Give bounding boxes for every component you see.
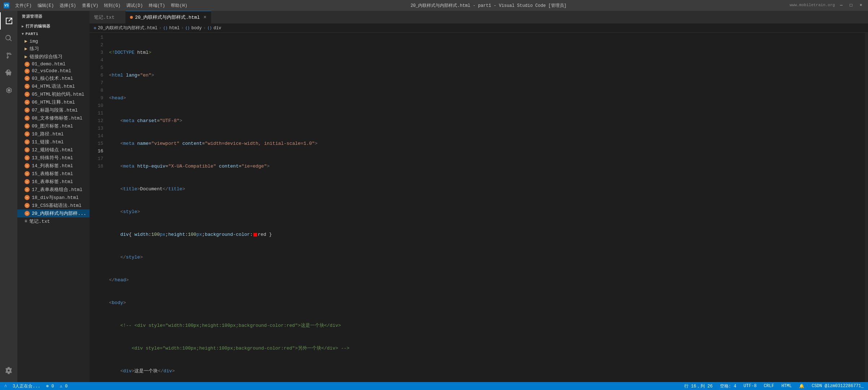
activity-explorer[interactable] — [0, 12, 17, 30]
activity-search[interactable] — [0, 30, 17, 47]
main-layout: 资源管理器 ▶ 打开的编辑器 ▼ PART1 ▶ img ▶ 练习 ▶ 链接的综… — [0, 11, 868, 382]
editor-area: 笔记.txt 20_内联样式与内部样式.html × ⊙ 20_内联样式与内部样… — [90, 11, 868, 382]
sidebar-item-12guizhuan[interactable]: ⊙ 12_规转锚点.html — [17, 146, 90, 154]
sidebar-item-10lujing[interactable]: ⊙ 10_路径.html — [17, 130, 90, 138]
branch-indicator[interactable]: ⑃ — [3, 384, 8, 389]
errors-indicator[interactable]: ⊗ 0 — [45, 384, 56, 389]
html-file-icon: ⊙ — [25, 124, 30, 129]
breadcrumb-div[interactable]: ⟨⟩ div — [207, 26, 221, 31]
activity-settings-icon[interactable] — [0, 362, 17, 379]
users-indicator[interactable]: 3人正在合... — [11, 383, 42, 389]
code-content[interactable]: <!DOCTYPE html> <html lang="en"> <head> … — [108, 33, 865, 382]
sidebar-item-19css[interactable]: ⊙ 19_CSS基础语法.html — [17, 202, 90, 209]
html-file-icon: ⊙ — [25, 69, 30, 74]
menu-help[interactable]: 帮助(H) — [171, 3, 187, 9]
menu-select[interactable]: 选择(S) — [60, 3, 76, 9]
menu-goto[interactable]: 转到(G) — [104, 3, 121, 9]
sidebar-item-17biaobiao[interactable]: ⊙ 17_表单表格组合.html — [17, 186, 90, 194]
bell-indicator[interactable]: 🔔 — [798, 384, 806, 389]
html-file-icon: ⊙ — [25, 76, 30, 81]
html-file-icon: ⊙ — [25, 171, 30, 176]
html-file-icon: ⊙ — [25, 155, 30, 160]
sidebar-item-11lianjie[interactable]: ⊙ 11_链接.html — [17, 138, 90, 146]
line-numbers: 1 2 3 4 5 6 7 8 9 10 11 12 13 14 15 16 1… — [90, 33, 108, 382]
title-bar: VS 文件(F) 编辑(E) 选择(S) 查看(V) 转到(G) 调试(D) 终… — [0, 0, 868, 11]
sidebar-item-18div[interactable]: ⊙ 18_div与span.html — [17, 194, 90, 202]
minimize-button[interactable]: ─ — [838, 3, 845, 8]
window-title: 20_内联样式与内部样式.html - part1 - Visual Studi… — [187, 3, 790, 9]
tab-close-button[interactable]: × — [203, 14, 206, 20]
sidebar-item-04html[interactable]: ⊙ 04_HTML语法.html — [17, 82, 90, 90]
code-line-9: div{ width:100px;height:100px;background… — [108, 231, 865, 238]
part1-section[interactable]: ▼ PART1 — [17, 30, 90, 38]
status-bar-left: ⑃ 3人正在合... ⊗ 0 ⚠ 0 — [3, 383, 69, 389]
title-bar-left: VS 文件(F) 编辑(E) 选择(S) 查看(V) 转到(G) 调试(D) 终… — [4, 3, 187, 9]
code-line-12: <body> — [108, 299, 865, 307]
html-file-icon: ⊙ — [25, 147, 30, 152]
menu-file[interactable]: 文件(F) — [15, 3, 32, 9]
code-line-5: <meta name="viewport" content="width=dev… — [108, 140, 865, 147]
sidebar-item-16biaodanbiaoqian[interactable]: ⊙ 16_表单标签.html — [17, 178, 90, 186]
sidebar: 资源管理器 ▶ 打开的编辑器 ▼ PART1 ▶ img ▶ 练习 ▶ 链接的综… — [17, 11, 90, 382]
code-line-11: </head> — [108, 276, 865, 284]
maximize-button[interactable]: □ — [848, 3, 855, 8]
tag-icon: ⟨⟩ — [207, 26, 212, 30]
code-line-4: <meta charset="UTF-8"> — [108, 117, 865, 125]
sidebar-item-06htmlzhu[interactable]: ⊙ 06_HTML注释.html — [17, 98, 90, 106]
line-ending-indicator[interactable]: CRLF — [762, 384, 776, 389]
folder-icon: ▶ — [25, 54, 27, 60]
sidebar-item-notes[interactable]: ≡ 笔记.txt — [17, 217, 90, 225]
title-bar-controls: www.mobiletrain.org ─ □ × — [790, 3, 864, 8]
language-indicator[interactable]: HTML — [780, 384, 793, 389]
breadcrumb-html[interactable]: ⟨⟩ html — [163, 26, 179, 31]
color-swatch-red — [253, 233, 257, 237]
warnings-indicator[interactable]: ⚠ 0 — [58, 384, 69, 389]
code-line-2: <html lang="en"> — [108, 72, 865, 79]
menu-view[interactable]: 查看(V) — [82, 3, 99, 9]
sidebar-item-09tupian[interactable]: ⊙ 09_图片标签.html — [17, 122, 90, 130]
tab-main[interactable]: 20_内联样式与内部样式.html × — [126, 11, 211, 23]
minimap-scrollbar[interactable] — [865, 33, 868, 382]
code-editor[interactable]: 1 2 3 4 5 6 7 8 9 10 11 12 13 14 15 16 1… — [90, 33, 868, 382]
activity-extensions[interactable] — [0, 82, 17, 99]
activity-git[interactable] — [0, 47, 17, 64]
folder-icon: ▶ — [25, 38, 27, 44]
menu-edit[interactable]: 编辑(E) — [38, 3, 54, 9]
activity-bar — [0, 11, 17, 382]
spaces-indicator[interactable]: 空格: 4 — [719, 383, 738, 389]
code-line-6: <meta http-equiv="X-UA-Compatible" conte… — [108, 162, 865, 170]
sidebar-item-lianxi[interactable]: ▶ 练习 — [17, 45, 90, 53]
encoding-indicator[interactable]: UTF-8 — [742, 384, 758, 389]
html-file-icon: ⊙ — [25, 163, 30, 168]
sidebar-item-07biaoti[interactable]: ⊙ 07_标题与段落.html — [17, 106, 90, 114]
sidebar-item-02vscode[interactable]: ⊙ 02_vsCode.html — [17, 68, 90, 74]
sidebar-item-08wenben[interactable]: ⊙ 08_文本修饰标签.html — [17, 114, 90, 122]
html-file-icon: ⊙ — [25, 100, 30, 105]
tab-notes[interactable]: 笔记.txt — [90, 11, 126, 23]
menu-debug[interactable]: 调试(D) — [126, 3, 143, 9]
code-line-10: </style> — [108, 254, 865, 261]
sidebar-item-03hexin[interactable]: ⊙ 03_核心技术.html — [17, 74, 90, 82]
sidebar-item-15biaoge[interactable]: ⊙ 15_表格标签.html — [17, 170, 90, 178]
account-indicator[interactable]: CSDN @lzm0312286771_ — [810, 384, 865, 389]
sidebar-item-05htmlchu[interactable]: ⊙ 05_HTML初始代码.html — [17, 90, 90, 98]
sidebar-item-14liebiao[interactable]: ⊙ 14_列表标签.html — [17, 162, 90, 170]
sidebar-item-lianjie[interactable]: ▶ 链接的综合练习 — [17, 53, 90, 61]
html-file-icon: ⊙ — [25, 211, 30, 216]
html-file-icon: ⊙ — [25, 139, 30, 144]
line-col-indicator[interactable]: 行 16，列 26 — [683, 383, 714, 389]
sidebar-item-01demo[interactable]: ⊙ 01_demo.html — [17, 61, 90, 68]
html-file-icon: ⊙ — [25, 131, 30, 136]
sidebar-item-13tezhufuhao[interactable]: ⊙ 13_特殊符号.html — [17, 154, 90, 162]
sidebar-item-img[interactable]: ▶ img — [17, 38, 90, 45]
breadcrumb-body[interactable]: ⟨⟩ body — [185, 26, 202, 31]
html-file-icon: ⊙ — [25, 203, 30, 208]
breadcrumb-file[interactable]: ⊙ 20_内联样式与内部样式.html — [94, 25, 157, 31]
code-line-1: <!DOCTYPE html> — [108, 49, 865, 56]
html-file-icon: ⊙ — [25, 116, 30, 121]
open-editors-section[interactable]: ▶ 打开的编辑器 — [17, 22, 90, 30]
sidebar-item-20neilian[interactable]: ⊙ 20_内联样式与内部样... — [17, 209, 90, 217]
menu-terminal[interactable]: 终端(T) — [149, 3, 165, 9]
activity-debug[interactable] — [0, 64, 17, 82]
close-button[interactable]: × — [858, 3, 864, 8]
